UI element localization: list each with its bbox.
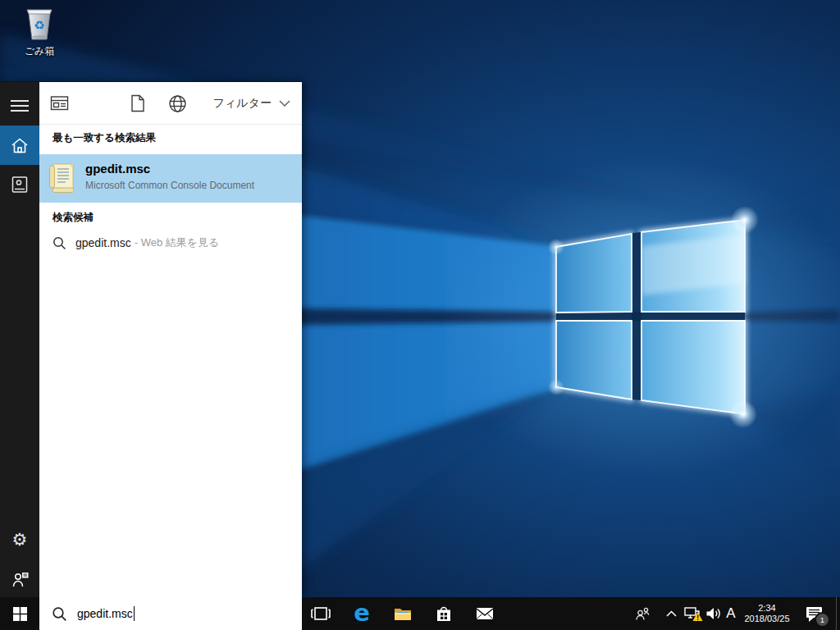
divider xyxy=(39,124,302,125)
search-results-panel: フィルター 最も一致する検索結果 xyxy=(39,82,302,598)
recycle-bin-icon: ♻ xyxy=(13,5,66,43)
folder-icon xyxy=(392,604,413,623)
best-match-subtitle: Microsoft Common Console Document xyxy=(85,180,254,191)
svg-text:♻: ♻ xyxy=(34,18,44,33)
search-flyout: ⚙ xyxy=(0,81,302,598)
tab-web[interactable] xyxy=(167,94,187,113)
search-suggestion-item[interactable]: gpedit.msc - Web 結果を見る xyxy=(39,227,302,258)
sidebar-item-home[interactable] xyxy=(0,126,39,165)
sidebar-item-feedback[interactable] xyxy=(0,559,39,598)
filter-label: フィルター xyxy=(213,96,272,111)
people-button[interactable] xyxy=(632,597,653,630)
windows-logo-icon xyxy=(13,607,27,621)
globe-icon xyxy=(168,94,187,113)
gear-icon: ⚙ xyxy=(12,531,28,548)
menu-button[interactable] xyxy=(0,86,39,126)
task-view-icon xyxy=(310,605,331,623)
clock-time: 2:34 xyxy=(744,603,789,614)
store-button[interactable] xyxy=(423,597,464,630)
mail-icon xyxy=(474,605,495,623)
feedback-icon xyxy=(11,570,30,587)
best-match-title: gpedit.msc xyxy=(85,162,150,176)
volume-button[interactable] xyxy=(704,597,724,630)
suggestions-header: 検索候補 xyxy=(52,211,94,225)
hamburger-icon xyxy=(11,99,29,112)
search-icon xyxy=(52,236,66,250)
chevron-down-icon xyxy=(279,100,290,107)
network-button[interactable] xyxy=(682,597,704,630)
recycle-bin-label: ごみ箱 xyxy=(13,44,66,58)
search-icon xyxy=(52,606,67,622)
recycle-bin-desktop-icon[interactable]: ♻ ごみ箱 xyxy=(13,5,66,58)
suggestion-hint: - Web 結果を見る xyxy=(135,235,220,250)
people-icon xyxy=(635,607,651,621)
edge-button[interactable]: e xyxy=(341,597,382,630)
notebook-icon xyxy=(11,176,29,194)
msc-scroll-icon xyxy=(48,162,77,199)
suggestion-query: gpedit.msc xyxy=(75,236,131,249)
taskbar-search-box[interactable]: gpedit.msc xyxy=(39,597,302,630)
task-view-button[interactable] xyxy=(300,597,341,630)
tab-apps[interactable] xyxy=(49,94,69,113)
ime-indicator[interactable]: A xyxy=(722,597,740,630)
store-icon xyxy=(433,603,454,624)
search-sidebar: ⚙ xyxy=(0,82,39,598)
search-filter-tabs: フィルター xyxy=(39,82,302,124)
action-center-button[interactable]: 1 xyxy=(799,597,830,630)
filter-dropdown[interactable]: フィルター xyxy=(213,82,290,124)
show-desktop-button[interactable] xyxy=(836,597,840,630)
sidebar-item-notebook[interactable] xyxy=(0,165,39,204)
text-caret xyxy=(134,606,135,621)
chevron-up-icon xyxy=(666,610,677,617)
best-match-result[interactable]: gpedit.msc Microsoft Common Console Docu… xyxy=(39,154,302,203)
best-match-header: 最も一致する検索結果 xyxy=(52,131,156,145)
desktop: ♻ ごみ箱 xyxy=(0,0,840,630)
taskbar: gpedit.msc e xyxy=(0,597,840,630)
network-warning-icon xyxy=(683,605,703,622)
notification-badge: 1 xyxy=(815,612,830,628)
home-icon xyxy=(11,137,29,153)
speaker-icon xyxy=(705,606,722,621)
clock[interactable]: 2:34 2018/03/25 xyxy=(740,597,794,630)
apps-icon xyxy=(50,95,69,112)
tray-overflow-button[interactable] xyxy=(661,597,681,630)
clock-date: 2018/03/25 xyxy=(744,614,789,624)
sidebar-item-settings[interactable]: ⚙ xyxy=(0,519,39,559)
edge-icon: e xyxy=(354,601,370,625)
tab-documents[interactable] xyxy=(128,94,148,113)
document-icon xyxy=(130,94,145,112)
search-input-value: gpedit.msc xyxy=(77,607,133,620)
file-explorer-button[interactable] xyxy=(382,597,423,630)
start-button[interactable] xyxy=(0,597,39,630)
mail-button[interactable] xyxy=(464,597,505,630)
